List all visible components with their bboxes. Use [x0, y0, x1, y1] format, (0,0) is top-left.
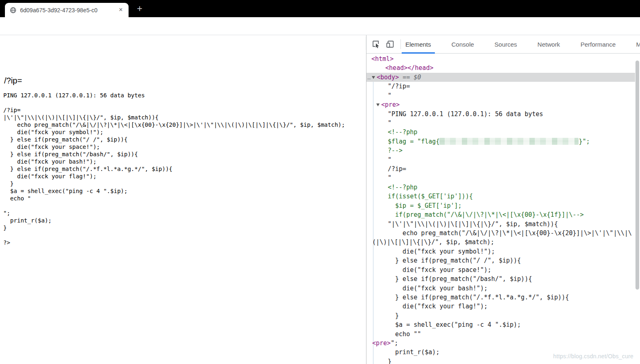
dom-text: } else if(preg_match("/.*f.*l.*a.*g.*/",… — [388, 294, 569, 301]
dom-tag: <pre> — [372, 339, 391, 347]
censored-flag-mosaic — [439, 138, 579, 145]
devtools-dom-row[interactable]: ?--> — [366, 146, 635, 155]
devtools-dom-row[interactable]: } — [366, 311, 635, 320]
dom-comment: }"; — [579, 138, 590, 145]
dom-text: " — [388, 92, 391, 99]
page-content: /?ip= PING 127.0.0.1 (127.0.0.1): 56 dat… — [0, 35, 366, 364]
devtools-dom-row[interactable]: <pre> — [366, 100, 635, 109]
devtools-tab-sources[interactable]: Sources — [493, 35, 518, 54]
devtools-dom-row[interactable]: <pre>"; — [366, 339, 635, 348]
dom-tag: <html> — [371, 55, 393, 63]
devtools-panel: ElementsConsoleSourcesNetworkPerformance… — [366, 35, 640, 364]
devtools-dom-tree: <html> <head></head>…<body> == $0"/?ip="… — [366, 54, 640, 364]
toggle-device-toolbar-icon[interactable] — [386, 40, 395, 49]
devtools-dom-row[interactable]: <html> — [366, 54, 635, 63]
devtools-dom-row[interactable]: die("fxck your bash!"); — [366, 284, 635, 293]
page-echo-heading: /?ip= — [4, 76, 22, 85]
devtools-dom-row[interactable]: "|\'|\"|\\|\(|\)|\[|\]|\{|\}/", $ip, $ma… — [366, 220, 635, 229]
dom-text: $a = shell_exec("ping -c 4 ".$ip); — [388, 321, 521, 328]
dom-comment: <!--?php — [388, 184, 417, 191]
devtools-tab-performance[interactable]: Performance — [579, 35, 617, 54]
devtools-dom-row[interactable]: /?ip= — [366, 164, 635, 173]
dom-comment: $ip = $_GET['ip']; — [388, 202, 462, 209]
tab-close-icon[interactable]: × — [117, 7, 124, 14]
devtools-tab-elements[interactable]: Elements — [404, 35, 432, 54]
dom-comment: ?--> — [388, 147, 403, 154]
dom-text: " — [388, 119, 391, 127]
devtools-dom-row[interactable]: $ip = $_GET['ip']; — [366, 201, 635, 210]
dom-text: " — [388, 174, 391, 182]
new-tab-button[interactable]: + — [134, 4, 145, 14]
browser-window: 6d09a675-3d92-4723-98e5-c0 × + 不安全 6d0 — [0, 0, 640, 364]
expand-arrow-icon[interactable] — [376, 103, 380, 106]
devtools-dom-row[interactable]: $a = shell_exec("ping -c 4 ".$ip); — [366, 320, 635, 329]
devtools-dom-row[interactable]: <!--?php — [366, 183, 635, 192]
tab-title: 6d09a675-3d92-4723-98e5-c0 — [20, 7, 117, 14]
devtools-dom-row[interactable]: die("fxck your flag!"); — [366, 302, 635, 311]
dom-text: } else if(preg_match("/ /", $ip)){ — [388, 257, 521, 264]
devtools-dom-row[interactable]: " — [366, 119, 635, 128]
expand-arrow-icon[interactable] — [372, 76, 375, 79]
blog-watermark: https://blog.csdn.net/Obs_cure — [553, 353, 633, 360]
devtools-tab-console[interactable]: Console — [450, 35, 475, 54]
dom-text: die("fxck your symbol!"); — [388, 248, 495, 255]
devtools-tabs: ElementsConsoleSourcesNetworkPerformance… — [404, 35, 640, 54]
devtools-dom-row[interactable]: echo "" — [366, 330, 635, 339]
devtools-scrollbar[interactable] — [635, 61, 639, 290]
dom-text: (|\)|\[|\]|\{|\}/", $ip, $match); — [372, 238, 494, 246]
devtools-dom-row[interactable]: " — [366, 155, 635, 164]
dom-text: " — [388, 156, 391, 164]
page-php-source-text: PING 127.0.0.1 (127.0.0.1): 56 data byte… — [3, 92, 345, 246]
dom-text: "|\'|\"|\\|\(|\)|\[|\]|\{|\}/", $ip, $ma… — [388, 220, 558, 228]
devtools-dom-row[interactable]: " — [366, 91, 635, 100]
dom-tag: <pre> — [381, 101, 400, 108]
dom-tag: <head></head> — [378, 64, 433, 72]
devtools-tab-memory[interactable]: Memory — [635, 35, 640, 54]
devtools-toolbar: ElementsConsoleSourcesNetworkPerformance… — [366, 35, 640, 54]
devtools-dom-row[interactable]: " — [366, 173, 635, 182]
dom-text: "/?ip= — [388, 83, 410, 90]
dom-text: "PING 127.0.0.1 (127.0.0.1): 56 data byt… — [388, 110, 543, 118]
devtools-dom-row[interactable]: <head></head> — [366, 63, 635, 72]
dom-text: } — [388, 312, 399, 319]
inspect-element-icon[interactable] — [371, 40, 380, 49]
devtools-dom-row[interactable]: } else if(preg_match("/.*f.*l.*a.*g.*/",… — [366, 293, 635, 302]
devtools-dom-row[interactable]: die("fxck your symbol!"); — [366, 247, 635, 256]
row-ellipsis: … — [367, 73, 371, 82]
dom-text: /?ip= — [388, 165, 406, 173]
dom-text: } else if(preg_match("/bash/", $ip)){ — [388, 275, 532, 283]
dom-text: echo preg_match("/\&|\/|\?|\*|\<|[\x{00}… — [388, 229, 632, 237]
dom-text: die("fxck your flag!"); — [388, 303, 488, 310]
dom-text: } — [388, 358, 391, 364]
dom-comment: $flag = "flag{ — [388, 138, 439, 145]
dom-text: "; — [391, 339, 398, 347]
devtools-dom-row[interactable]: if(preg_match("/\&|\/|\?|\*|\<|[\x{00}-\… — [366, 210, 635, 219]
devtools-dom-row[interactable]: } else if(preg_match("/bash/", $ip)){ — [366, 274, 635, 283]
tab-strip: 6d09a675-3d92-4723-98e5-c0 × + — [0, 0, 640, 17]
devtools-dom-row[interactable]: if(isset($_GET['ip'])){ — [366, 192, 635, 201]
devtools-dom-row[interactable]: $flag = "flag{}"; — [366, 137, 635, 146]
dom-tag: <body> — [377, 74, 399, 81]
devtools-dom-row[interactable]: …<body> == $0 — [366, 73, 635, 82]
dom-comment: <!--?php — [388, 128, 417, 136]
dom-text: echo "" — [388, 330, 421, 338]
devtools-dom-row[interactable]: } else if(preg_match("/ /", $ip)){ — [366, 256, 635, 265]
devtools-tab-network[interactable]: Network — [536, 35, 561, 54]
devtools-dom-row[interactable]: (|\)|\[|\]|\{|\}/", $ip, $match); — [366, 238, 635, 247]
browser-toolbar: 不安全 6d09a675-3d92-4723-98e5-c0f5c9875a74… — [0, 17, 640, 35]
devtools-dom-row[interactable]: <!--?php — [366, 128, 635, 137]
dom-comment: if(preg_match("/\&|\/|\?|\*|\<|[\x{00}-\… — [388, 211, 584, 218]
dom-comment: if(isset($_GET['ip'])){ — [388, 193, 473, 200]
dom-text: die("fxck your bash!"); — [388, 285, 488, 292]
dom-text: die("fxck your space!"); — [388, 266, 491, 274]
dom-meta: == $0 — [399, 74, 421, 81]
globe-favicon-icon — [10, 7, 16, 13]
toolbar-separator — [400, 39, 401, 49]
dom-text: print_r($a); — [388, 348, 439, 356]
devtools-dom-row[interactable]: "PING 127.0.0.1 (127.0.0.1): 56 data byt… — [366, 110, 635, 119]
devtools-dom-row[interactable]: echo preg_match("/\&|\/|\?|\*|\<|[\x{00}… — [366, 229, 635, 238]
devtools-dom-row[interactable]: "/?ip= — [366, 82, 635, 91]
devtools-dom-row[interactable]: die("fxck your space!"); — [366, 265, 635, 274]
browser-tab[interactable]: 6d09a675-3d92-4723-98e5-c0 × — [5, 3, 129, 17]
